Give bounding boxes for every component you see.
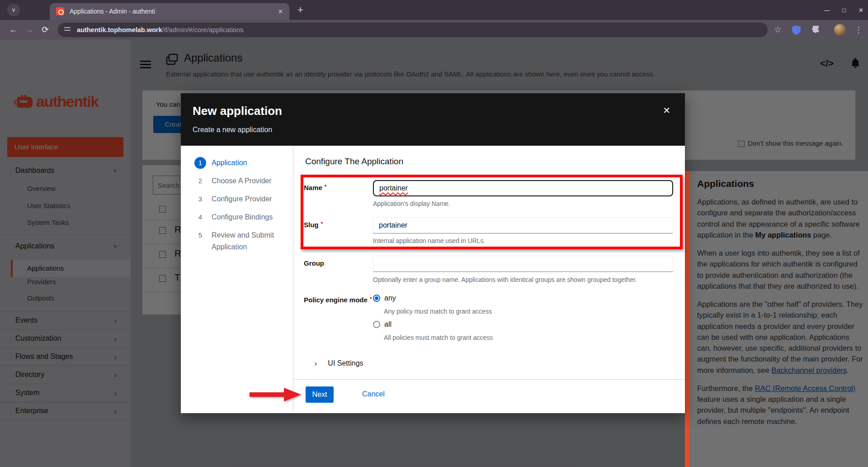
tab-title: Applications - Admin - authenti xyxy=(70,3,269,20)
policy-engine-mode-label: Policy engine mode* xyxy=(304,296,372,304)
policy-all-option[interactable]: all xyxy=(373,320,392,329)
step-label: Choose A Provider xyxy=(212,175,272,187)
browser-menu-kebab-icon[interactable]: ⋮ xyxy=(854,20,863,40)
policy-any-option[interactable]: any xyxy=(373,294,396,302)
wizard-step-application[interactable]: 1 Application xyxy=(181,154,293,172)
step-number: 2 xyxy=(194,175,206,187)
annotation-highlight-box xyxy=(301,175,683,249)
url-bar[interactable]: authentik.tophomelab.work/if/admin/#/cor… xyxy=(58,23,768,37)
policy-all-helper: All policies must match to grant access xyxy=(384,334,493,341)
group-helper: Optionally enter a group name. Applicati… xyxy=(373,276,637,283)
chevron-right-icon: › xyxy=(314,358,317,368)
step-label: Review and Submit Application xyxy=(212,229,279,253)
new-tab-button[interactable]: + xyxy=(297,3,303,17)
step-label: Configure Bindings xyxy=(212,211,273,223)
group-input[interactable] xyxy=(373,256,673,272)
policy-all-label: all xyxy=(384,320,392,329)
step-number: 1 xyxy=(194,157,206,169)
step-number: 4 xyxy=(194,211,206,223)
browser-tab[interactable]: Applications - Admin - authenti ✕ xyxy=(50,3,289,20)
window-close-icon[interactable]: ✕ xyxy=(859,7,863,14)
forward-icon[interactable]: → xyxy=(25,20,34,40)
modal-title: New application xyxy=(193,104,282,118)
screen: ∨ Applications - Admin - authenti ✕ + — … xyxy=(0,0,868,467)
window-controls: — □ ✕ xyxy=(824,0,863,20)
bookmark-star-icon[interactable]: ☆ xyxy=(774,20,782,40)
ui-settings-expander[interactable]: › UI Settings xyxy=(314,358,363,368)
browser-profile-avatar[interactable] xyxy=(834,24,846,36)
tab-close-icon[interactable]: ✕ xyxy=(278,3,283,20)
wizard-step-configure-bindings[interactable]: 4 Configure Bindings xyxy=(181,208,293,226)
url-host: authentik.tophomelab.work xyxy=(77,26,162,33)
footer-divider xyxy=(293,379,685,380)
window-maximize-icon[interactable]: □ xyxy=(842,7,846,14)
step-label: Application xyxy=(212,157,247,169)
tab-search-menu-icon[interactable]: ∨ xyxy=(7,4,20,16)
radio-unchecked-icon[interactable] xyxy=(373,321,380,328)
authentik-favicon-icon xyxy=(56,7,64,15)
wizard-step-review-submit[interactable]: 5 Review and Submit Application xyxy=(181,226,293,256)
form-heading: Configure The Application xyxy=(305,157,403,167)
step-number: 5 xyxy=(194,229,206,241)
modal-subtitle: Create a new application xyxy=(193,126,272,134)
help-drawer-accent-border xyxy=(685,171,689,467)
new-application-modal: New application Create a new application… xyxy=(181,93,685,413)
policy-label-text: Policy engine mode xyxy=(304,296,368,304)
modal-header: New application Create a new application… xyxy=(181,93,685,146)
cancel-link[interactable]: Cancel xyxy=(362,390,385,398)
required-asterisk: * xyxy=(370,296,372,302)
modal-close-icon[interactable]: ✕ xyxy=(663,105,670,116)
url-text: authentik.tophomelab.work/if/admin/#/cor… xyxy=(77,23,243,37)
shield-extension-icon[interactable] xyxy=(792,25,801,37)
step-label: Configure Provider xyxy=(212,193,272,205)
browser-tab-strip: ∨ Applications - Admin - authenti ✕ + — … xyxy=(0,0,868,20)
url-path: /if/admin/#/core/applications xyxy=(162,26,244,33)
wizard-step-configure-provider[interactable]: 3 Configure Provider xyxy=(181,190,293,208)
step-number: 3 xyxy=(194,193,206,205)
annotation-arrow xyxy=(250,387,303,404)
radio-checked-icon[interactable] xyxy=(373,295,380,302)
browser-toolbar: ← → ⟳ authentik.tophomelab.work/if/admin… xyxy=(0,20,868,40)
back-icon[interactable]: ← xyxy=(9,20,18,40)
policy-any-label: any xyxy=(384,294,396,302)
window-minimize-icon[interactable]: — xyxy=(824,7,830,14)
policy-any-helper: Any policy must match to grant access xyxy=(384,308,492,315)
ui-settings-label: UI Settings xyxy=(328,359,363,367)
site-info-icon[interactable] xyxy=(64,27,71,33)
next-button[interactable]: Next xyxy=(306,386,334,403)
extensions-puzzle-icon[interactable] xyxy=(812,26,820,36)
reload-icon[interactable]: ⟳ xyxy=(42,20,49,40)
wizard-steps-nav: 1 Application 2 Choose A Provider 3 Conf… xyxy=(181,146,293,413)
group-label: Group xyxy=(304,259,324,267)
wizard-step-choose-provider[interactable]: 2 Choose A Provider xyxy=(181,172,293,190)
